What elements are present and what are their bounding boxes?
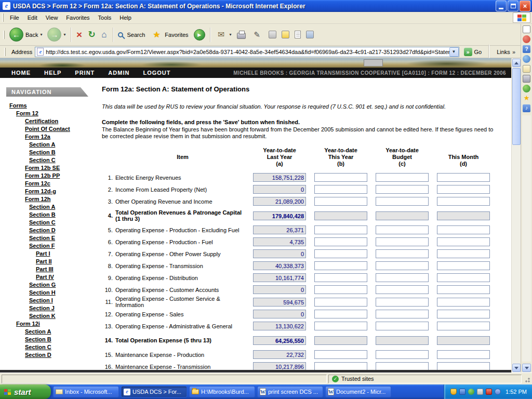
sidebar-link-section-e[interactable]: Section E: [29, 234, 96, 242]
field-col-c[interactable]: [376, 225, 429, 234]
scrollbar-thumb[interactable]: [512, 68, 521, 145]
globe-icon[interactable]: [523, 55, 530, 63]
sidebar-link-section-a[interactable]: Section A: [25, 328, 96, 336]
field-col-c[interactable]: [376, 261, 429, 270]
field-col-d[interactable]: [437, 350, 490, 359]
favorites-button[interactable]: ★ Favorites: [148, 27, 191, 43]
field-col-b[interactable]: [314, 298, 367, 307]
media-button[interactable]: ▶: [191, 28, 208, 42]
field-col-c[interactable]: [376, 310, 429, 318]
field-col-d[interactable]: [437, 225, 490, 234]
field-col-d[interactable]: [437, 185, 490, 194]
scroll-up-button[interactable]: [512, 59, 521, 67]
sidebar-link-section-d[interactable]: Section D: [29, 227, 96, 234]
menu-item-help[interactable]: Help: [115, 12, 136, 23]
start-button[interactable]: start: [0, 384, 51, 399]
messenger-icon[interactable]: [468, 389, 474, 395]
sidebar-link-section-c[interactable]: Section C: [29, 219, 96, 227]
sidebar-link-section-k[interactable]: Section K: [29, 312, 96, 320]
volume-icon[interactable]: [477, 389, 483, 395]
taskbar-button-document2-micr[interactable]: Document2 - Micr...: [325, 386, 391, 397]
restore-button[interactable]: [508, 1, 518, 11]
nav-admin[interactable]: ADMIN: [108, 70, 129, 76]
taskbar-button-usda-dcs-for[interactable]: USDA DCS > For...: [121, 386, 187, 397]
document-icon[interactable]: [523, 25, 530, 33]
taskbar-button-h-mbrooks-burd[interactable]: H:\Mbrooks\Burd...: [189, 386, 255, 397]
forward-dropdown-icon[interactable]: ▾: [63, 32, 65, 37]
close-button[interactable]: ×: [520, 1, 530, 11]
field-col-c[interactable]: [376, 173, 429, 182]
field-col-b[interactable]: [314, 225, 367, 234]
resize-grip[interactable]: [523, 375, 530, 383]
sidebar-link-form-12c[interactable]: Form 12c: [25, 180, 96, 188]
scroll-down-button[interactable]: [512, 364, 521, 372]
menu-item-view[interactable]: View: [42, 12, 62, 23]
sidebar-link-section-a[interactable]: Section A: [29, 141, 96, 149]
sidebar-link-part-ii[interactable]: Part II: [36, 258, 96, 265]
network-icon[interactable]: [459, 389, 466, 395]
outer-scroll-track[interactable]: [522, 115, 531, 362]
sidebar-link-section-g[interactable]: Section G: [29, 281, 96, 289]
forward-button[interactable]: → ▾: [45, 26, 68, 43]
nav-logout[interactable]: LOGOUT: [143, 70, 170, 76]
field-col-d[interactable]: [437, 310, 490, 318]
field-col-d[interactable]: [437, 298, 490, 307]
media-icon[interactable]: [523, 104, 530, 112]
sidebar-link-part-iv[interactable]: Part IV: [36, 273, 96, 281]
field-col-c[interactable]: [376, 285, 429, 294]
sidebar-link-form-12b-se[interactable]: Form 12b SE: [25, 164, 96, 172]
field-col-b[interactable]: [314, 273, 367, 282]
field-col-b[interactable]: [314, 237, 367, 246]
menu-item-file[interactable]: File: [6, 12, 23, 23]
sidebar-link-section-c[interactable]: Section C: [25, 343, 96, 351]
sidebar-link-part-i[interactable]: Part I: [36, 250, 96, 258]
nav-home[interactable]: HOME: [11, 70, 31, 76]
field-col-b[interactable]: [314, 249, 367, 258]
minimize-button[interactable]: [496, 1, 507, 11]
notes-button[interactable]: [279, 30, 292, 39]
field-col-c[interactable]: [376, 249, 429, 258]
menu-item-favorites[interactable]: Favorites: [62, 12, 94, 23]
sidebar-link-section-h[interactable]: Section H: [29, 289, 96, 297]
sidebar-link-section-a[interactable]: Section A: [29, 203, 96, 211]
mail-dropdown-icon[interactable]: ▾: [230, 32, 232, 37]
stop-button[interactable]: ×: [73, 28, 86, 42]
field-col-b[interactable]: [314, 173, 367, 182]
sidebar-link-certification[interactable]: Certification: [25, 117, 96, 125]
taskbar-button-print-screen-dcs[interactable]: print screen DCS ...: [257, 386, 323, 397]
print-icon[interactable]: [523, 75, 530, 83]
field-col-d[interactable]: [437, 249, 490, 258]
back-dropdown-icon[interactable]: ▾: [40, 32, 42, 37]
sidebar-link-form-12h[interactable]: Form 12h: [25, 195, 96, 203]
sidebar-link-section-i[interactable]: Section I: [29, 297, 96, 304]
document-button[interactable]: [292, 30, 303, 39]
sidebar-link-form-12d-g[interactable]: Form 12d-g: [25, 188, 96, 195]
edit-button[interactable]: ✎: [248, 27, 266, 43]
field-col-b[interactable]: [314, 362, 367, 370]
field-col-d[interactable]: [437, 197, 490, 206]
field-col-d[interactable]: [437, 322, 490, 330]
updates-icon[interactable]: [495, 389, 501, 395]
search-button[interactable]: Search: [115, 31, 148, 39]
field-col-d[interactable]: [437, 285, 490, 294]
field-col-c[interactable]: [376, 185, 429, 194]
nav-help[interactable]: HELP: [44, 70, 61, 76]
discuss-button[interactable]: [303, 30, 316, 39]
sidebar-link-section-b[interactable]: Section B: [29, 149, 96, 156]
record-icon[interactable]: [523, 35, 530, 43]
outer-scroll-down-button[interactable]: [522, 364, 531, 372]
sidebar-link-section-c[interactable]: Section C: [29, 156, 96, 164]
sidebar-link-section-j[interactable]: Section J: [29, 304, 96, 312]
address-input[interactable]: [46, 48, 449, 56]
messenger-button[interactable]: [266, 30, 279, 39]
sidebar-link-form-12i[interactable]: Form 12i: [16, 320, 96, 328]
help-icon[interactable]: [523, 45, 530, 53]
nav-print[interactable]: PRINT: [75, 70, 95, 76]
field-col-b[interactable]: [314, 261, 367, 270]
field-col-b[interactable]: [314, 197, 367, 206]
taskbar-button-inbox-microsoft[interactable]: Inbox - Microsoft...: [53, 386, 119, 397]
links-menu[interactable]: Links »: [494, 49, 518, 55]
field-col-d[interactable]: [437, 273, 490, 282]
sidebar-link-section-d[interactable]: Section D: [25, 351, 96, 359]
field-col-b[interactable]: [314, 185, 367, 194]
